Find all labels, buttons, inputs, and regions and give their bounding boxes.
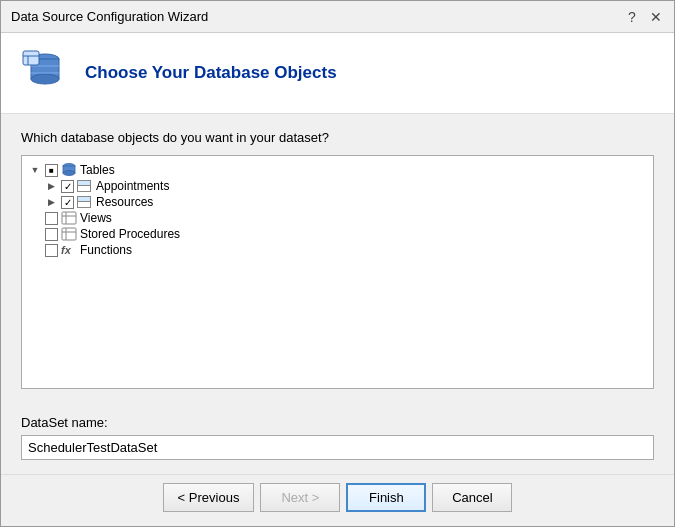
resources-label: Resources bbox=[96, 195, 153, 209]
title-bar: Data Source Configuration Wizard ? ✕ bbox=[1, 1, 674, 33]
close-button[interactable]: ✕ bbox=[648, 9, 664, 25]
tree-item-resources[interactable]: ▶ Resources bbox=[28, 194, 647, 210]
dataset-section: DataSet name: bbox=[1, 405, 674, 474]
dataset-label: DataSet name: bbox=[21, 415, 654, 430]
svg-rect-14 bbox=[62, 228, 76, 240]
storedprocs-icon bbox=[61, 227, 77, 241]
footer: < Previous Next > Finish Cancel bbox=[1, 474, 674, 526]
table-icon-resources bbox=[77, 195, 93, 209]
svg-point-10 bbox=[63, 171, 75, 176]
checkbox-tables[interactable] bbox=[45, 164, 58, 177]
header-title: Choose Your Database Objects bbox=[85, 63, 337, 83]
wizard-icon bbox=[21, 49, 69, 97]
tree-item-views[interactable]: ▶ Views bbox=[28, 210, 647, 226]
dialog-window: Data Source Configuration Wizard ? ✕ bbox=[0, 0, 675, 527]
checkbox-views[interactable] bbox=[45, 212, 58, 225]
cancel-button[interactable]: Cancel bbox=[432, 483, 512, 512]
title-bar-text: Data Source Configuration Wizard bbox=[11, 9, 208, 24]
functions-icon: fx bbox=[61, 243, 77, 257]
checkbox-functions[interactable] bbox=[45, 244, 58, 257]
expander-tables[interactable]: ▼ bbox=[28, 163, 42, 177]
finish-button[interactable]: Finish bbox=[346, 483, 426, 512]
tree-item-appointments[interactable]: ▶ Appointments bbox=[28, 178, 647, 194]
tree-item-storedprocs[interactable]: ▶ Stored Procedures bbox=[28, 226, 647, 242]
table-icon-appointments bbox=[77, 179, 93, 193]
functions-label: Functions bbox=[80, 243, 132, 257]
header-area: Choose Your Database Objects bbox=[1, 33, 674, 114]
tables-label: Tables bbox=[80, 163, 115, 177]
svg-point-2 bbox=[31, 74, 59, 84]
views-label: Views bbox=[80, 211, 112, 225]
svg-rect-11 bbox=[62, 212, 76, 224]
appointments-label: Appointments bbox=[96, 179, 169, 193]
checkbox-appointments[interactable] bbox=[61, 180, 74, 193]
tree-item-tables[interactable]: ▼ Tables bbox=[28, 162, 647, 178]
title-bar-controls: ? ✕ bbox=[624, 9, 664, 25]
tree-item-functions[interactable]: ▶ fx Functions bbox=[28, 242, 647, 258]
views-icon bbox=[61, 211, 77, 225]
storedprocs-label: Stored Procedures bbox=[80, 227, 180, 241]
expander-appointments[interactable]: ▶ bbox=[44, 179, 58, 193]
db-icon bbox=[61, 163, 77, 177]
checkbox-resources[interactable] bbox=[61, 196, 74, 209]
checkbox-storedprocs[interactable] bbox=[45, 228, 58, 241]
tree-box[interactable]: ▼ Tables ▶ Appointments bbox=[21, 155, 654, 389]
expander-resources[interactable]: ▶ bbox=[44, 195, 58, 209]
title-bar-left: Data Source Configuration Wizard bbox=[11, 9, 208, 24]
prompt-label: Which database objects do you want in yo… bbox=[21, 130, 654, 145]
help-button[interactable]: ? bbox=[624, 9, 640, 25]
svg-rect-5 bbox=[23, 51, 39, 65]
previous-button[interactable]: < Previous bbox=[163, 483, 255, 512]
next-button[interactable]: Next > bbox=[260, 483, 340, 512]
dataset-input[interactable] bbox=[21, 435, 654, 460]
content-area: Which database objects do you want in yo… bbox=[1, 114, 674, 405]
